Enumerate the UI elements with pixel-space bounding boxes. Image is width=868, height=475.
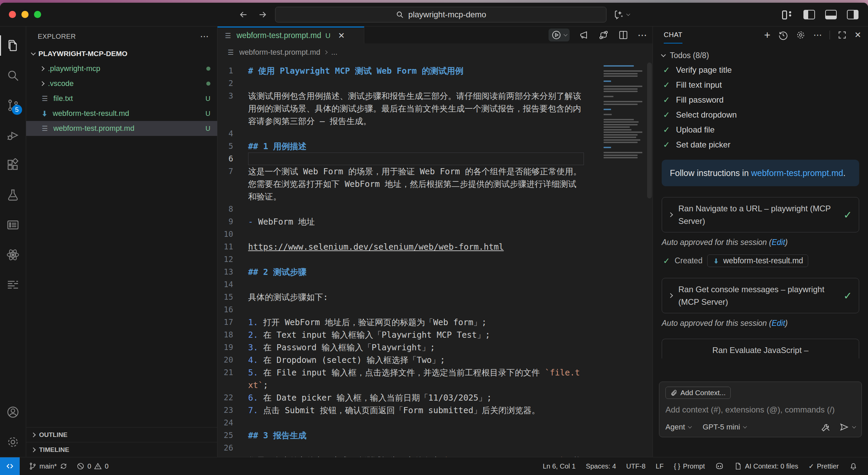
toggle-secondary-sidebar-icon[interactable] (847, 10, 858, 19)
code-line-18[interactable]: 182. 在 Text input 输入框输入「Playwright MCP T… (218, 329, 598, 341)
chat-more-actions-icon[interactable]: ⋯ (813, 30, 822, 40)
source-control-activity-icon[interactable]: 5 (0, 90, 26, 120)
tool-call-console[interactable]: Ran Get console messages – playwright (M… (662, 278, 859, 313)
created-file-chip[interactable]: webform-test-result.md (707, 254, 808, 267)
editor-content[interactable]: 1# 使用 Playwright MCP 测试 Web Form 的测试用例23… (218, 61, 653, 457)
explorer-more-actions-icon[interactable]: ⋯ (200, 31, 209, 42)
copilot-status-icon[interactable] (715, 462, 724, 471)
git-branch-status[interactable]: main* (29, 462, 68, 470)
close-window-button[interactable] (9, 11, 16, 18)
send-button[interactable] (839, 422, 855, 432)
remote-indicator[interactable] (0, 457, 20, 475)
run-debug-activity-icon[interactable] (0, 120, 26, 150)
code-line-22[interactable]: 226. 在 Date picker 输入框，输入当前日期「11/03/2025… (218, 391, 598, 404)
code-line-27[interactable]: 27您需要在当前文件夹下生成一个测试报告，文件名为 `webform-test-… (218, 454, 598, 457)
indentation-status[interactable]: Spaces: 4 (586, 462, 616, 470)
edit-approval-link[interactable]: Edit (771, 319, 785, 328)
prompt-file-link[interactable]: webform-test.prompt.md (751, 168, 843, 178)
code-line-10[interactable]: 10 (218, 228, 598, 241)
toggle-panel-icon[interactable] (825, 10, 837, 19)
code-line-2[interactable]: 2 (218, 77, 598, 90)
tab-chat[interactable]: CHAT (664, 27, 682, 43)
feedback-megaphone-icon[interactable] (578, 30, 589, 40)
search-activity-icon[interactable] (0, 60, 26, 90)
forward-arrow-icon[interactable] (258, 10, 268, 20)
outline-extension-activity-icon[interactable] (0, 270, 26, 300)
split-editor-icon[interactable] (618, 30, 629, 40)
accounts-icon[interactable] (0, 397, 26, 427)
breadcrumb[interactable]: ☰ webform-test.prompt.md ... (218, 43, 653, 61)
code-line-23[interactable]: 237. 点击 Submit 按钮，确认页面返回「Form submitted」… (218, 404, 598, 417)
code-line-25[interactable]: 25## 3 报告生成 (218, 429, 598, 442)
code-line-13[interactable]: 13## 2 测试步骤 (218, 266, 598, 278)
code-line-5[interactable]: 5## 1 用例描述 (218, 140, 598, 153)
code-line-3[interactable]: 3该测试用例包含用例描述、测试步骤和报告生成三部分。请仔细阅读前两部分来分别了解… (218, 90, 598, 127)
formatter-status[interactable]: ✓Prettier (809, 462, 839, 470)
code-line-11[interactable]: 11https://www.selenium.dev/selenium/web/… (218, 241, 598, 253)
run-prompt-button[interactable] (549, 29, 570, 41)
tab-webform-test-prompt[interactable]: ☰ webform-test.prompt.md U ✕ (218, 27, 364, 43)
model-dropdown[interactable]: GPT-5 mini (703, 423, 746, 432)
notebook-activity-icon[interactable] (0, 210, 26, 240)
explorer-item-file-txt[interactable]: ☰file.txtU (26, 91, 217, 106)
outline-section-header[interactable]: OUTLINE (26, 427, 217, 442)
agent-mode-dropdown[interactable]: Agent (665, 423, 691, 432)
command-center-search[interactable]: playwright-mcp-demo (275, 7, 607, 22)
editor-more-actions-icon[interactable]: ⋯ (638, 30, 647, 41)
back-arrow-icon[interactable] (239, 10, 249, 20)
copilot-menu[interactable] (614, 9, 630, 20)
add-context-button[interactable]: Add Context... (665, 387, 731, 399)
code-line-12[interactable]: 12 (218, 253, 598, 266)
eol-status[interactable]: LF (656, 462, 663, 470)
code-line-26[interactable]: 26 (218, 442, 598, 454)
minimap[interactable] (604, 65, 644, 160)
toggle-primary-sidebar-icon[interactable] (803, 10, 815, 19)
problems-status[interactable]: 0 0 (76, 462, 108, 470)
extensions-activity-icon[interactable] (0, 150, 26, 180)
close-panel-icon[interactable]: ✕ (854, 30, 861, 40)
code-line-20[interactable]: 204. 在 Dropdown (select) 输入框选择「Two」; (218, 354, 598, 366)
customize-layout-icon[interactable] (782, 10, 793, 19)
edit-approval-link[interactable]: Edit (771, 238, 785, 247)
code-line-4[interactable]: 4 (218, 127, 598, 140)
todos-header[interactable]: Todos (8/8) (662, 48, 859, 63)
code-line-1[interactable]: 1# 使用 Playwright MCP 测试 Web Form 的测试用例 (218, 65, 598, 77)
encoding-status[interactable]: UTF-8 (626, 462, 646, 470)
code-line-16[interactable]: 16 (218, 303, 598, 316)
new-chat-icon[interactable]: + (764, 30, 770, 40)
code-line-17[interactable]: 171. 打开 WebForm 地址后，验证网页的标题为「Web form」; (218, 316, 598, 329)
code-line-24[interactable]: 24 (218, 417, 598, 429)
code-line-21[interactable]: 215. 在 File input 输入框，点击选择文件，并选定当前工程根目录下… (218, 366, 598, 391)
explorer-activity-icon[interactable] (0, 31, 26, 60)
explorer-item--playwright-mcp[interactable]: .playwright-mcp (26, 61, 217, 76)
language-mode-status[interactable]: { }Prompt (674, 462, 705, 470)
editor-scrollbar[interactable] (647, 63, 652, 198)
tool-call-navigate[interactable]: Ran Navigate to a URL – playwright (MCP … (662, 197, 859, 232)
notifications-bell-icon[interactable] (849, 462, 858, 471)
chat-input-field[interactable]: Add context (#), extensions (@), command… (665, 405, 855, 415)
minimize-window-button[interactable] (21, 11, 29, 18)
explorer-item-webform-test-prompt-md[interactable]: ☰webform-test.prompt.mdU (26, 121, 217, 136)
code-line-8[interactable]: 8 (218, 203, 598, 215)
settings-gear-icon[interactable] (0, 427, 26, 457)
workspace-root-folder[interactable]: PLAYWRIGHT-MCP-DEMO (26, 46, 217, 61)
code-line-7[interactable]: 7这是一个测试 Web Form 的场景，用于验证 Web Form 的各个组件… (218, 165, 598, 203)
ai-context-status[interactable]: AI Context: 0 files (734, 462, 798, 470)
chat-settings-gear-icon[interactable] (796, 30, 806, 40)
code-line-9[interactable]: 9- WebForm 地址 (218, 215, 598, 228)
code-line-14[interactable]: 14 (218, 278, 598, 291)
close-tab-icon[interactable]: ✕ (338, 31, 345, 40)
timeline-section-header[interactable]: TIMELINE (26, 442, 217, 457)
testing-activity-icon[interactable] (0, 180, 26, 210)
chat-history-icon[interactable] (778, 30, 788, 40)
explorer-item--vscode[interactable]: .vscode (26, 76, 217, 91)
zoom-window-button[interactable] (34, 11, 41, 18)
compare-changes-icon[interactable] (598, 30, 609, 40)
code-line-19[interactable]: 193. 在 Password 输入框输入「Playwright」; (218, 341, 598, 354)
explorer-item-webform-test-result-md[interactable]: webform-test-result.mdU (26, 106, 217, 121)
cursor-position-status[interactable]: Ln 6, Col 1 (543, 462, 576, 470)
code-line-6[interactable]: 6 (218, 153, 598, 165)
maximize-panel-icon[interactable] (837, 30, 847, 40)
react-extension-activity-icon[interactable] (0, 240, 26, 270)
configure-tools-icon[interactable] (821, 422, 831, 432)
